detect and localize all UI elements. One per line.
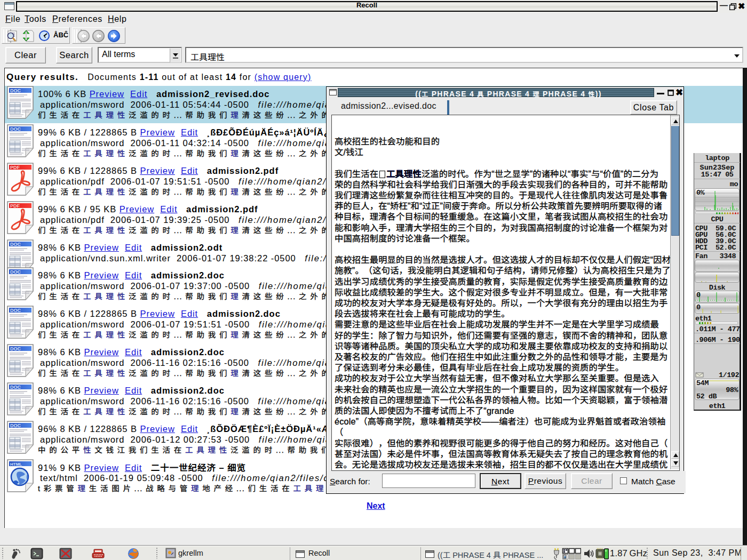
svg-text:HTML: HTML: [10, 462, 22, 467]
svg-text:DOC: DOC: [10, 385, 21, 390]
svg-text:PDF: PDF: [10, 203, 20, 209]
svg-text:DOC: DOC: [10, 242, 21, 247]
svg-text:DOC: DOC: [10, 269, 21, 275]
svg-text:DOC: DOC: [10, 423, 21, 428]
svg-text:DOC: DOC: [10, 346, 21, 351]
svg-text:DOC: DOC: [10, 88, 21, 93]
svg-text:DOC: DOC: [10, 308, 21, 313]
svg-text:PDF: PDF: [10, 165, 20, 170]
svg-text:DOC: DOC: [10, 126, 21, 132]
